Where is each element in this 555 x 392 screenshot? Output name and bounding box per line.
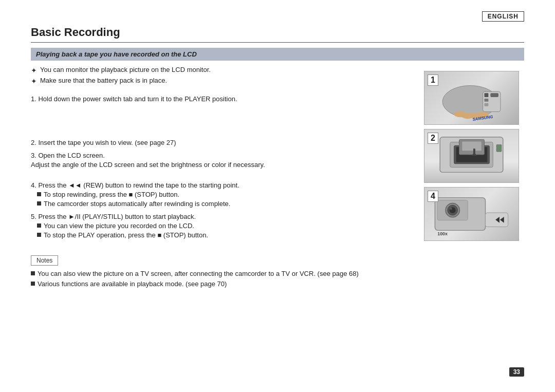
svg-rect-5 <box>490 93 498 97</box>
image-4-box: 4 100x <box>424 187 519 241</box>
step-5: 5. Press the ►/II (PLAY/STILL) button to… <box>31 213 409 239</box>
image-2-number: 2 <box>428 133 438 144</box>
step-4-sub-2: The camcorder stops automatically after … <box>37 200 409 208</box>
svg-rect-4 <box>485 103 489 106</box>
square-icon-2 <box>37 201 41 206</box>
section-header: Playing back a tape you have recorded on… <box>31 48 524 61</box>
square-icon-5 <box>31 271 35 275</box>
image-4-number: 4 <box>428 191 438 202</box>
note-2: Various functions are available in playb… <box>31 280 409 288</box>
note-1: You can also view the picture on a TV sc… <box>31 270 409 277</box>
step-4-sub-1: To stop rewinding, press the ■ (STOP) bu… <box>37 191 409 198</box>
square-icon <box>37 192 41 196</box>
prereq-2: ✦ Make sure that the battery pack is in … <box>31 77 409 85</box>
image-4-svg: 100x <box>424 188 519 240</box>
image-1-box: 1 SAMSUNG <box>424 71 519 125</box>
cross-icon-2: ✦ <box>31 77 37 85</box>
svg-text:100x: 100x <box>437 231 448 236</box>
image-2-svg <box>424 129 519 182</box>
step-5-sub-2: To stop the PLAY operation, press the ■ … <box>37 231 409 239</box>
right-column: 1 SAMSUNG <box>424 66 524 290</box>
square-icon-6 <box>31 282 35 286</box>
cross-icon: ✦ <box>31 66 37 74</box>
english-badge: ENGLISH <box>482 11 524 22</box>
step-4: 4. Press the ◄◄ (REW) button to rewind t… <box>31 181 409 208</box>
step-5-sub-1: You can view the picture you recorded on… <box>37 222 409 230</box>
notes-label: Notes <box>31 255 58 266</box>
page-title: Basic Recording <box>31 26 524 43</box>
square-icon-4 <box>37 233 41 237</box>
image-2-box: 2 <box>424 129 519 183</box>
image-1-number: 1 <box>428 74 438 86</box>
svg-rect-18 <box>473 148 475 156</box>
step-3: 3. Open the LCD screen. Adjust the angle… <box>31 152 409 169</box>
page: ENGLISH Basic Recording Playing back a t… <box>0 0 555 392</box>
square-icon-3 <box>37 223 41 228</box>
svg-rect-19 <box>496 144 502 152</box>
notes-section: Notes You can also view the picture on a… <box>31 245 409 288</box>
image-1-svg: SAMSUNG <box>424 71 519 124</box>
step-1: 1. Hold down the power switch tab and tu… <box>31 95 409 103</box>
svg-point-25 <box>450 208 452 210</box>
svg-rect-2 <box>485 93 489 97</box>
prereq-1: ✦ You can monitor the playback picture o… <box>31 66 409 74</box>
step-2: 2. Insert the tape you wish to view. (se… <box>31 139 409 146</box>
left-column: ✦ You can monitor the playback picture o… <box>31 66 414 290</box>
svg-rect-3 <box>485 99 489 102</box>
page-number: 33 <box>509 367 524 377</box>
svg-rect-16 <box>462 142 481 151</box>
